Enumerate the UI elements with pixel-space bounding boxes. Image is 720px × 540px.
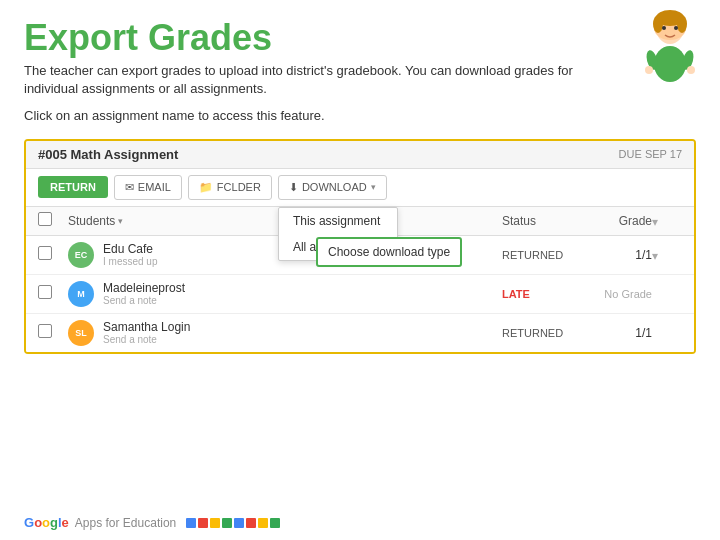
page-header: Export Grades The teacher can export gra… [0,0,720,131]
table-row: M Madeleineprost Send a note LATE No Gra… [26,275,694,314]
assignment-header: #005 Math Assignment DUE SEP 17 [26,141,694,169]
grade-1: No Grade [604,288,652,300]
assignment-title: #005 Math Assignment [38,147,178,162]
sq-6 [246,518,256,528]
svg-point-5 [662,26,666,30]
student-info-2: Samantha Login Send a note [103,320,190,345]
student-name-0: Edu Cafe [103,242,157,256]
folder-button[interactable]: 📁 FCLDER [188,175,272,200]
screenshot-container: #005 Math Assignment DUE SEP 17 RETURN ✉… [24,139,696,354]
page-footer: Google Apps for Education [24,515,280,530]
row-actions-icon-0[interactable]: ▾ [652,249,658,263]
student-cell-2: SL Samantha Login Send a note [68,320,502,346]
header-check [38,212,68,230]
dropdown-arrow-icon: ▾ [371,182,376,192]
status-cell-0: RETURNED [502,248,592,262]
sq-1 [186,518,196,528]
status-cell-1: LATE [502,287,592,301]
row-check-0 [38,246,68,264]
email-button[interactable]: ✉ EMAIL [114,175,182,200]
sq-3 [210,518,220,528]
grade-0: 1/1 [635,248,652,262]
download-icon: ⬇ [289,181,298,194]
row-checkbox-0[interactable] [38,246,52,260]
callout-text: Choose download type [328,245,450,259]
student-info-1: Madeleineprost Send a note [103,281,185,306]
page-title: Export Grades [24,18,696,58]
grade-2: 1/1 [635,326,652,340]
table-row: SL Samantha Login Send a note RETURNED 1… [26,314,694,352]
student-cell-1: M Madeleineprost Send a note [68,281,502,307]
folder-label: FCLDER [217,181,261,193]
row-checkbox-1[interactable] [38,285,52,299]
actions-icon: ▾ [652,215,658,229]
download-label: DOWNLOAD [302,181,367,193]
status-cell-2: RETURNED [502,326,592,340]
google-logo: Google [24,515,69,530]
footer-color-squares [186,518,280,528]
header-status: Status [502,214,592,228]
header-actions: ▾ [652,212,682,230]
student-note-2: Send a note [103,334,190,345]
svg-point-7 [654,46,686,82]
sq-2 [198,518,208,528]
svg-point-4 [677,15,687,33]
page-subtitle: The teacher can export grades to upload … [24,62,604,98]
header-grade: Grade [592,214,652,228]
grade-cell-0: 1/1 [592,248,652,262]
avatar-2: SL [68,320,94,346]
status-0: RETURNED [502,249,563,261]
student-note-0: I messed up [103,256,157,267]
character-illustration [638,8,702,88]
due-date: DUE SEP 17 [619,148,682,160]
sq-4 [222,518,232,528]
download-container: ⬇ DOWNLOAD ▾ This assignment All assignm… [278,175,387,200]
student-note-1: Send a note [103,295,185,306]
dropdown-item-this-assignment[interactable]: This assignment [279,208,397,234]
avatar-1: M [68,281,94,307]
download-button[interactable]: ⬇ DOWNLOAD ▾ [278,175,387,200]
student-name-1: Madeleineprost [103,281,185,295]
page-instruction: Click on an assignment name to access th… [24,108,696,123]
return-button[interactable]: RETURN [38,176,108,198]
status-2: RETURNED [502,327,563,339]
header-checkbox[interactable] [38,212,52,226]
student-name-2: Samantha Login [103,320,190,334]
svg-point-6 [674,26,678,30]
svg-point-3 [653,15,663,33]
sq-7 [258,518,268,528]
student-info-0: Edu Cafe I messed up [103,242,157,267]
avatar-0: EC [68,242,94,268]
sq-8 [270,518,280,528]
svg-point-11 [687,66,695,74]
toolbar: RETURN ✉ EMAIL 📁 FCLDER ⬇ DOWNLOAD ▾ Thi… [26,169,694,207]
sq-5 [234,518,244,528]
email-icon: ✉ [125,181,134,194]
grade-cell-1: No Grade [592,287,652,301]
footer-apps-text: Apps for Education [75,516,176,530]
folder-icon: 📁 [199,181,213,194]
row-checkbox-2[interactable] [38,324,52,338]
email-label: EMAIL [138,181,171,193]
row-check-2 [38,324,68,342]
svg-point-10 [645,66,653,74]
row-check-1 [38,285,68,303]
grade-cell-2: 1/1 [592,326,652,340]
sort-arrow-icon: ▾ [118,216,123,226]
actions-cell-0: ▾ [652,246,682,264]
callout-box: Choose download type [316,237,462,267]
status-1: LATE [502,288,530,300]
